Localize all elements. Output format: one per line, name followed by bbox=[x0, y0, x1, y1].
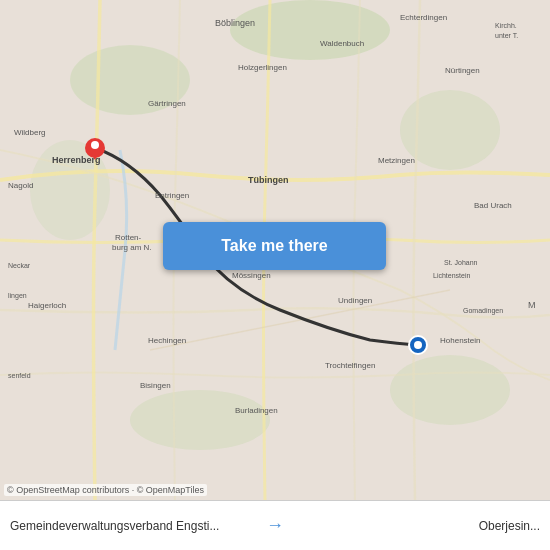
bottom-bar: Gemeindeverwaltungsverband Engsti... → O… bbox=[0, 500, 550, 550]
take-me-there-button[interactable]: Take me there bbox=[163, 222, 386, 270]
svg-text:senfeld: senfeld bbox=[8, 372, 31, 379]
svg-text:Neckar: Neckar bbox=[8, 262, 31, 269]
svg-text:burg am N.: burg am N. bbox=[112, 243, 152, 252]
svg-text:Gärtringen: Gärtringen bbox=[148, 99, 186, 108]
svg-text:Nürtingen: Nürtingen bbox=[445, 66, 480, 75]
svg-text:Hohenstein: Hohenstein bbox=[440, 336, 480, 345]
svg-text:Hechingen: Hechingen bbox=[148, 336, 186, 345]
svg-text:Entringen: Entringen bbox=[155, 191, 189, 200]
origin-label: Gemeindeverwaltungsverband Engsti... bbox=[10, 519, 258, 533]
svg-point-1 bbox=[230, 0, 390, 60]
svg-text:Mössingen: Mössingen bbox=[232, 271, 271, 280]
svg-text:M: M bbox=[528, 300, 536, 310]
svg-point-41 bbox=[91, 141, 99, 149]
svg-text:Tübingen: Tübingen bbox=[248, 175, 289, 185]
svg-text:Wildberg: Wildberg bbox=[14, 128, 46, 137]
svg-text:Burladingen: Burladingen bbox=[235, 406, 278, 415]
destination-label: Oberjesin... bbox=[292, 519, 540, 533]
svg-point-4 bbox=[130, 390, 270, 450]
direction-arrow: → bbox=[266, 515, 284, 536]
svg-text:lingen: lingen bbox=[8, 292, 27, 300]
svg-text:Haigerloch: Haigerloch bbox=[28, 301, 66, 310]
svg-text:Kirchh.: Kirchh. bbox=[495, 22, 517, 29]
svg-text:Undingen: Undingen bbox=[338, 296, 372, 305]
svg-text:unter T.: unter T. bbox=[495, 32, 518, 39]
svg-text:St. Johann: St. Johann bbox=[444, 259, 478, 266]
svg-text:Waldenbuch: Waldenbuch bbox=[320, 39, 364, 48]
svg-text:Metzingen: Metzingen bbox=[378, 156, 415, 165]
svg-text:Böblingen: Böblingen bbox=[215, 18, 255, 28]
svg-text:Rotten-: Rotten- bbox=[115, 233, 142, 242]
svg-text:Gomadingen: Gomadingen bbox=[463, 307, 503, 315]
svg-point-5 bbox=[390, 355, 510, 425]
svg-text:Lichtenstein: Lichtenstein bbox=[433, 272, 470, 279]
svg-text:Echterdingen: Echterdingen bbox=[400, 13, 447, 22]
svg-text:Bisingen: Bisingen bbox=[140, 381, 171, 390]
svg-text:Trochtelfingen: Trochtelfingen bbox=[325, 361, 375, 370]
svg-text:Bad Urach: Bad Urach bbox=[474, 201, 512, 210]
svg-text:Holzgerlingen: Holzgerlingen bbox=[238, 63, 287, 72]
svg-text:Nagold: Nagold bbox=[8, 181, 33, 190]
map-container: Böblingen Waldenbuch Echterdingen Nürtin… bbox=[0, 0, 550, 500]
map-attribution: © OpenStreetMap contributors · © OpenMap… bbox=[4, 484, 207, 496]
svg-point-43 bbox=[414, 341, 422, 349]
